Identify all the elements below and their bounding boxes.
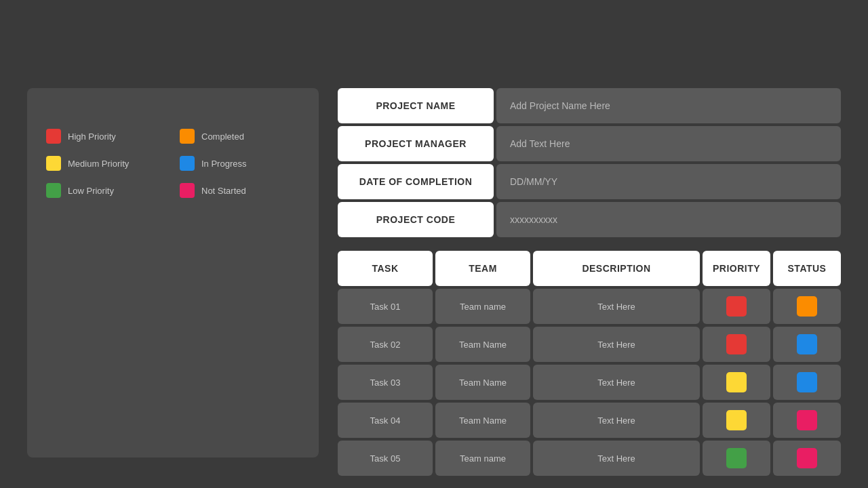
- task-team-1: Team Name: [435, 327, 530, 362]
- task-team-4: Team name: [435, 441, 530, 476]
- info-row-2: DATE OF COMPLETION DD/MM/YY: [338, 164, 841, 199]
- task-name-3: Task 04: [338, 403, 433, 438]
- priority-color-2: [726, 372, 747, 392]
- task-team-3: Team Name: [435, 403, 530, 438]
- status-color-2: [797, 372, 817, 392]
- legend-item-2: Medium Priority: [46, 156, 166, 171]
- legend-item-1: Completed: [180, 129, 300, 144]
- task-desc-3: Text Here: [533, 403, 700, 438]
- legend-label-5: Not Started: [201, 186, 246, 196]
- legend-dot-4: [46, 183, 61, 198]
- info-row-1: PROJECT MANAGER Add Text Here: [338, 126, 841, 161]
- task-name-1: Task 02: [338, 327, 433, 362]
- legend-item-5: Not Started: [180, 183, 300, 198]
- task-header-row: TASKTEAMDESCRIPTIONPRIORITYSTATUS: [338, 251, 841, 286]
- legend-dot-5: [180, 183, 195, 198]
- task-header-status: STATUS: [773, 251, 841, 286]
- status-color-1: [797, 334, 817, 354]
- task-priority-0: [703, 289, 770, 324]
- right-panel: PROJECT NAME Add Project Name Here PROJE…: [338, 88, 841, 479]
- task-status-2: [773, 365, 841, 400]
- task-priority-2: [703, 365, 770, 400]
- task-status-0: [773, 289, 841, 324]
- legend-dot-1: [180, 129, 195, 144]
- task-row-2: Task 03 Team Name Text Here: [338, 365, 841, 400]
- task-priority-3: [703, 403, 770, 438]
- task-name-0: Task 01: [338, 289, 433, 324]
- task-status-1: [773, 327, 841, 362]
- legend-section: High Priority Completed Medium Priority …: [46, 129, 300, 198]
- task-desc-0: Text Here: [533, 289, 700, 324]
- legend-item-3: In Progress: [180, 156, 300, 171]
- priority-color-0: [726, 296, 747, 317]
- task-priority-1: [703, 327, 770, 362]
- priority-color-4: [726, 448, 747, 468]
- legend-label-3: In Progress: [201, 159, 246, 169]
- legend-label-2: Medium Priority: [68, 159, 129, 169]
- legend-item-4: Low Priority: [46, 183, 166, 198]
- legend-label-4: Low Priority: [68, 186, 114, 196]
- info-label-3: PROJECT CODE: [338, 202, 494, 237]
- info-table: PROJECT NAME Add Project Name Here PROJE…: [338, 88, 841, 237]
- legend-item-0: High Priority: [46, 129, 166, 144]
- task-row-3: Task 04 Team Name Text Here: [338, 403, 841, 438]
- info-value-3: xxxxxxxxxx: [496, 202, 841, 237]
- task-table: TASKTEAMDESCRIPTIONPRIORITYSTATUS Task 0…: [338, 251, 841, 476]
- task-priority-4: [703, 441, 770, 476]
- info-value-2: DD/MM/YY: [496, 164, 841, 199]
- task-status-4: [773, 441, 841, 476]
- info-value-1: Add Text Here: [496, 126, 841, 161]
- status-color-4: [797, 448, 817, 468]
- info-row-0: PROJECT NAME Add Project Name Here: [338, 88, 841, 123]
- task-header-priority: PRIORITY: [703, 251, 770, 286]
- legend-label-0: High Priority: [68, 131, 116, 142]
- info-label-1: PROJECT MANAGER: [338, 126, 494, 161]
- task-header-task: TASK: [338, 251, 433, 286]
- status-color-3: [797, 410, 817, 430]
- priority-color-3: [726, 410, 747, 430]
- task-name-2: Task 03: [338, 365, 433, 400]
- task-status-3: [773, 403, 841, 438]
- legend-label-1: Completed: [201, 131, 244, 142]
- task-row-1: Task 02 Team Name Text Here: [338, 327, 841, 362]
- task-desc-1: Text Here: [533, 327, 700, 362]
- info-label-2: DATE OF COMPLETION: [338, 164, 494, 199]
- info-row-3: PROJECT CODE xxxxxxxxxx: [338, 202, 841, 237]
- task-row-0: Task 01 Team name Text Here: [338, 289, 841, 324]
- legend-dot-2: [46, 156, 61, 171]
- priority-color-1: [726, 334, 747, 354]
- task-header-description: DESCRIPTION: [533, 251, 700, 286]
- summary-panel: High Priority Completed Medium Priority …: [27, 88, 319, 458]
- task-team-0: Team name: [435, 289, 530, 324]
- legend-dot-3: [180, 156, 195, 171]
- info-label-0: PROJECT NAME: [338, 88, 494, 123]
- task-team-2: Team Name: [435, 365, 530, 400]
- task-name-4: Task 05: [338, 441, 433, 476]
- task-desc-2: Text Here: [533, 365, 700, 400]
- task-desc-4: Text Here: [533, 441, 700, 476]
- task-row-4: Task 05 Team name Text Here: [338, 441, 841, 476]
- status-color-0: [797, 296, 817, 317]
- info-value-0: Add Project Name Here: [496, 88, 841, 123]
- task-header-team: TEAM: [435, 251, 530, 286]
- legend-dot-0: [46, 129, 61, 144]
